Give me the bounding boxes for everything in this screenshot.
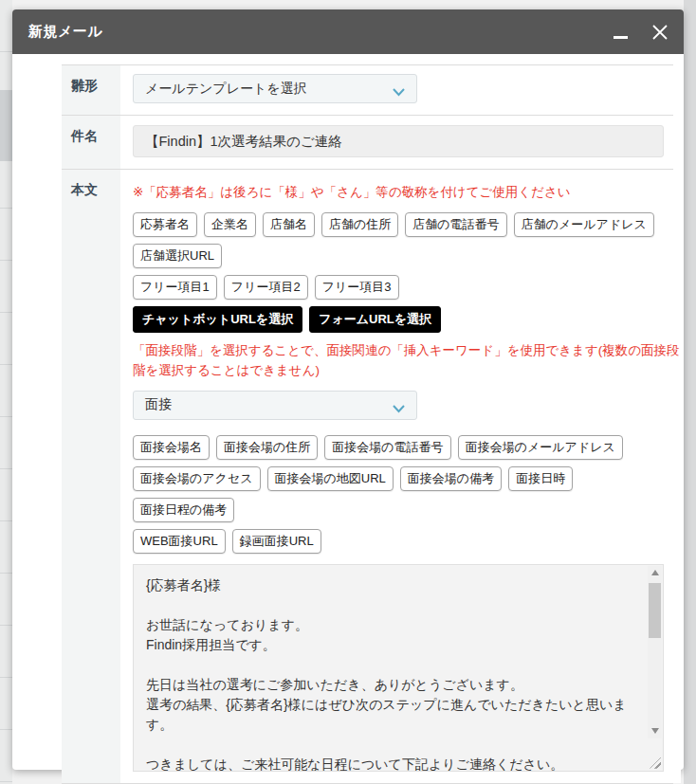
insert-keyword-tag[interactable]: 企業名 <box>204 212 256 237</box>
scrollbar-thumb[interactable] <box>649 583 661 638</box>
body-row: 本文 ※「応募者名」は後ろに「様」や「さん」等の敬称を付けてご使用ください 応募… <box>62 169 673 783</box>
interview-stage-select[interactable]: 面接 <box>133 391 417 420</box>
textarea-scrollbar[interactable] <box>648 566 662 738</box>
body-label: 本文 <box>62 170 120 783</box>
scroll-down-icon[interactable] <box>648 724 662 738</box>
interview-stage-select-value: 面接 <box>145 396 172 413</box>
chevron-down-icon <box>393 401 405 410</box>
interview-keyword-tag[interactable]: 面接日時 <box>508 466 573 491</box>
insert-keyword-tag[interactable]: フリー項目1 <box>133 275 217 300</box>
interview-keyword-row: WEB面接URL録画面接URL <box>133 529 681 554</box>
insert-keyword-tag[interactable]: フリー項目3 <box>315 275 399 300</box>
template-label: 雛形 <box>62 65 120 115</box>
insert-keyword-row: フリー項目1フリー項目2フリー項目3 チャットボットURLを選択フォームURLを… <box>133 275 681 333</box>
subject-label: 件名 <box>62 116 120 169</box>
interview-keyword-tag[interactable]: 面接日程の備考 <box>133 498 234 522</box>
interview-keyword-tag[interactable]: 面接会場の備考 <box>400 466 502 491</box>
chevron-down-icon <box>393 84 405 93</box>
honorific-warning: ※「応募者名」は後ろに「様」や「さん」等の敬称を付けてご使用ください <box>133 183 681 203</box>
url-select-button[interactable]: フォームURLを選択 <box>309 306 441 333</box>
mail-body-textarea[interactable]: {応募者名}様 お世話になっております。 Findin採用担当です。 先日は当社… <box>133 564 664 772</box>
interview-keyword-tag[interactable]: 面接会場のアクセス <box>133 466 261 491</box>
subject-input[interactable] <box>133 125 664 157</box>
dialog-title: 新規メール <box>28 23 102 41</box>
scroll-up-icon[interactable] <box>648 566 662 580</box>
insert-keyword-row: 応募者名企業名店舗名店舗の住所店舗の電話番号店舗のメールアドレス店舗選択URL <box>133 212 681 268</box>
background-page-left <box>0 0 12 784</box>
interview-keyword-tag[interactable]: 面接会場のメールアドレス <box>458 435 623 460</box>
insert-keyword-tag[interactable]: 店舗の住所 <box>321 212 398 237</box>
mail-template-select[interactable]: メールテンプレートを選択 <box>133 74 417 103</box>
free-item-tags: フリー項目1フリー項目2フリー項目3 <box>133 275 399 300</box>
dialog-header: 新規メール <box>12 9 684 54</box>
new-mail-dialog: 新規メール 雛形 メールテンプレートを選択 件名 <box>12 9 684 770</box>
mail-template-select-value: メールテンプレートを選択 <box>145 81 307 98</box>
interview-keyword-tag[interactable]: WEB面接URL <box>133 529 226 554</box>
interview-stage-warning: 「面接段階」を選択することで、面接関連の「挿入キーワード」を使用できます(複数の… <box>133 341 681 381</box>
insert-keyword-tag[interactable]: 店舗選択URL <box>133 244 222 268</box>
background-page-right <box>684 0 696 784</box>
interview-keyword-row: 面接会場のアクセス面接会場の地図URL面接会場の備考面接日時面接日程の備考 <box>133 466 681 522</box>
url-select-button[interactable]: チャットボットURLを選択 <box>133 306 302 333</box>
insert-keyword-tag[interactable]: 店舗のメールアドレス <box>514 212 654 237</box>
minimize-icon[interactable] <box>614 25 629 40</box>
interview-keyword-tag[interactable]: 面接会場の住所 <box>216 435 318 460</box>
interview-keyword-row: 面接会場名面接会場の住所面接会場の電話番号面接会場のメールアドレス <box>133 435 681 460</box>
template-row: 雛形 メールテンプレートを選択 <box>62 64 673 115</box>
subject-row: 件名 <box>62 115 673 169</box>
insert-keyword-tag[interactable]: 店舗名 <box>263 212 315 237</box>
interview-keyword-tag[interactable]: 面接会場名 <box>133 435 210 460</box>
insert-keyword-tag[interactable]: フリー項目2 <box>224 275 308 300</box>
close-icon[interactable] <box>651 24 669 41</box>
interview-keyword-tag[interactable]: 面接会場の地図URL <box>267 466 394 491</box>
mail-body-text: {応募者名}様 お世話になっております。 Findin採用担当です。 先日は当社… <box>134 565 663 771</box>
interview-keyword-tag[interactable]: 録画面接URL <box>232 529 321 554</box>
url-select-buttons: チャットボットURLを選択フォームURLを選択 <box>133 306 441 333</box>
interview-keyword-tag[interactable]: 面接会場の電話番号 <box>324 435 450 460</box>
mail-form: 雛形 メールテンプレートを選択 件名 本文 ※「応募者名」は後ろに「様」や「さん… <box>62 64 673 784</box>
insert-keyword-tag[interactable]: 応募者名 <box>133 212 197 237</box>
insert-keyword-tag[interactable]: 店舗の電話番号 <box>405 212 506 237</box>
